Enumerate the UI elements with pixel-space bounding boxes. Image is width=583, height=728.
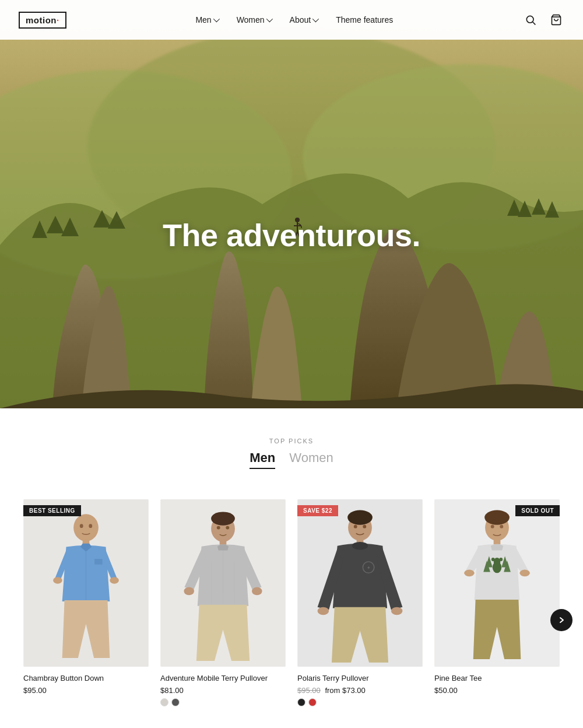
grid-next-button[interactable] bbox=[550, 609, 573, 631]
product-price-4: $50.00 bbox=[434, 686, 560, 695]
svg-point-25 bbox=[53, 577, 62, 584]
nav-women[interactable]: Women bbox=[229, 10, 279, 29]
svg-rect-29 bbox=[94, 559, 103, 565]
nav-theme-features[interactable]: Theme features bbox=[328, 10, 401, 29]
product-name-2: Adventure Mobile Terry Pullover bbox=[160, 674, 286, 684]
svg-point-46 bbox=[352, 542, 368, 550]
svg-point-52 bbox=[363, 525, 366, 528]
svg-point-66 bbox=[499, 558, 503, 561]
svg-point-23 bbox=[73, 514, 99, 541]
svg-point-65 bbox=[491, 558, 495, 561]
section-label: TOP PICKS bbox=[23, 438, 560, 444]
svg-point-47 bbox=[318, 607, 329, 615]
product-image-2 bbox=[160, 499, 286, 667]
product-image-4: SOLD OUT bbox=[434, 499, 560, 667]
color-swatches-3 bbox=[297, 698, 423, 706]
nav-men[interactable]: Men bbox=[187, 10, 226, 29]
svg-point-27 bbox=[80, 524, 83, 528]
svg-point-55 bbox=[484, 510, 510, 524]
product-card-2[interactable]: Adventure Mobile Terry Pullover $81.00 bbox=[160, 499, 286, 706]
svg-point-68 bbox=[500, 525, 503, 528]
svg-point-33 bbox=[211, 512, 235, 525]
cart-button[interactable] bbox=[548, 12, 564, 28]
product-name-1: Chambray Button Down bbox=[23, 674, 149, 684]
swatch-red[interactable] bbox=[308, 698, 317, 706]
chevron-down-icon bbox=[266, 16, 272, 22]
svg-text:✦: ✦ bbox=[367, 565, 371, 570]
product-card-3[interactable]: SAVE $22 bbox=[297, 499, 423, 706]
svg-point-57 bbox=[464, 569, 474, 576]
product-figure-2 bbox=[160, 499, 286, 667]
badge-save: SAVE $22 bbox=[297, 505, 338, 516]
svg-point-51 bbox=[354, 525, 357, 528]
product-name-3: Polaris Terry Pullover bbox=[297, 674, 423, 684]
svg-line-1 bbox=[533, 22, 536, 25]
product-grid: BEST SELLING bbox=[23, 499, 560, 706]
product-tabs: Men Women bbox=[23, 450, 560, 469]
product-price-2: $81.00 bbox=[160, 686, 286, 695]
color-swatches-2 bbox=[160, 698, 286, 706]
svg-rect-21 bbox=[0, 0, 583, 408]
product-image-3: SAVE $22 bbox=[297, 499, 423, 667]
svg-point-35 bbox=[184, 587, 194, 596]
search-icon bbox=[525, 14, 536, 26]
svg-point-26 bbox=[110, 577, 119, 584]
svg-point-0 bbox=[526, 16, 533, 23]
site-header: motion· Men Women About Theme features bbox=[0, 0, 583, 40]
badge-best-selling: BEST SELLING bbox=[23, 505, 81, 516]
svg-point-48 bbox=[391, 607, 402, 615]
hero-text: The adventurous. bbox=[163, 217, 420, 253]
swatch-gray[interactable] bbox=[160, 698, 168, 706]
badge-sold-out: SOLD OUT bbox=[515, 505, 560, 516]
product-figure-4 bbox=[434, 499, 560, 667]
product-image-1: BEST SELLING bbox=[23, 499, 149, 667]
product-grid-wrapper: BEST SELLING bbox=[0, 499, 583, 728]
product-card-4[interactable]: SOLD OUT bbox=[434, 499, 560, 706]
svg-point-28 bbox=[89, 524, 92, 528]
svg-point-44 bbox=[347, 510, 373, 524]
product-figure-1 bbox=[23, 499, 149, 667]
search-button[interactable] bbox=[522, 12, 539, 28]
product-figure-3: ✦ bbox=[297, 499, 423, 667]
svg-point-58 bbox=[519, 569, 529, 576]
tab-men[interactable]: Men bbox=[250, 450, 275, 469]
hero-section: The adventurous. bbox=[0, 0, 583, 408]
hero-illustration bbox=[0, 0, 583, 408]
top-picks-section: TOP PICKS Men Women bbox=[0, 408, 583, 499]
svg-point-38 bbox=[226, 526, 229, 530]
product-card-1[interactable]: BEST SELLING bbox=[23, 499, 149, 706]
product-price-3: $95.00 from $73.00 bbox=[297, 686, 423, 695]
product-name-4: Pine Bear Tee bbox=[434, 674, 560, 684]
tab-women[interactable]: Women bbox=[289, 450, 333, 469]
hero-title: The adventurous. bbox=[163, 217, 420, 253]
cart-icon bbox=[550, 14, 562, 26]
chevron-down-icon bbox=[213, 16, 219, 22]
main-nav: Men Women About Theme features bbox=[187, 10, 401, 29]
logo[interactable]: motion· bbox=[19, 12, 66, 29]
header-actions bbox=[522, 12, 564, 28]
svg-point-67 bbox=[491, 525, 494, 528]
svg-point-36 bbox=[252, 587, 262, 596]
nav-about[interactable]: About bbox=[282, 10, 326, 29]
swatch-black[interactable] bbox=[297, 698, 305, 706]
chevron-right-icon bbox=[558, 617, 565, 624]
swatch-charcoal[interactable] bbox=[171, 698, 180, 706]
chevron-down-icon bbox=[312, 16, 319, 22]
product-price-1: $95.00 bbox=[23, 686, 149, 695]
svg-point-37 bbox=[217, 526, 220, 530]
